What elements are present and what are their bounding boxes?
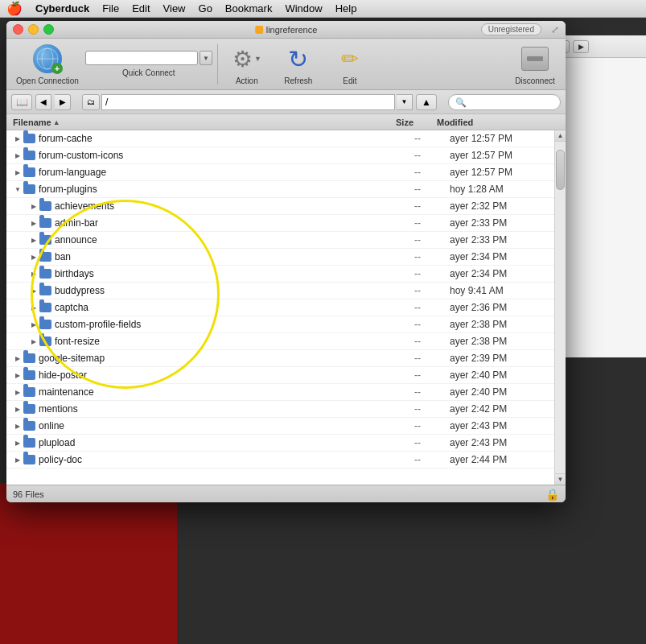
folder-icon (23, 353, 35, 364)
scroll-down-button[interactable]: ▼ (555, 473, 566, 485)
expand-arrow[interactable]: ▶ (13, 134, 23, 143)
file-modified: ayer 12:57 PM (450, 150, 562, 161)
open-connection-button[interactable]: + Open Connection (13, 39, 82, 89)
expand-arrow[interactable]: ▶ (29, 336, 39, 346)
expand-arrow[interactable]: ▶ (29, 201, 39, 211)
filename-column-header[interactable]: Filename ▲ (10, 118, 372, 127)
table-row[interactable]: ▶ forum-cache -- ayer 12:57 PM (6, 130, 566, 147)
file-size: -- (385, 420, 450, 431)
menu-help[interactable]: Help (335, 2, 357, 14)
table-row[interactable]: ▶ mentions -- ayer 2:42 PM (6, 401, 566, 418)
expand-arrow[interactable]: ▼ (13, 184, 23, 194)
app-name[interactable]: Cyberduck (35, 2, 89, 14)
table-row[interactable]: ▶ maintenance -- ayer 2:40 PM (6, 384, 566, 401)
file-name: forum-custom-icons (39, 150, 385, 161)
file-modified: ayer 12:57 PM (450, 133, 562, 144)
navbar: 📖 ◀ ▶ 🗂 ▼ ▲ (6, 90, 566, 114)
path-area: 🗂 ▼ (82, 94, 413, 110)
file-size: -- (385, 167, 450, 178)
expand-arrow[interactable]: ▶ (13, 438, 23, 448)
expand-arrow[interactable]: ▶ (13, 370, 23, 380)
maximize-button[interactable] (43, 24, 54, 35)
table-row[interactable]: ▶ birthdays -- ayer 2:34 PM (6, 266, 566, 283)
expand-arrow[interactable]: ▶ (13, 421, 23, 431)
quick-connect-input[interactable] (85, 51, 198, 65)
menu-view[interactable]: View (163, 2, 186, 14)
desktop-accent (0, 483, 177, 644)
folder-icon (23, 167, 35, 178)
action-button[interactable]: ⚙ ▼ Action (223, 39, 271, 89)
table-row[interactable]: ▶ forum-custom-icons -- ayer 12:57 PM (6, 147, 566, 164)
expand-arrow[interactable]: ▶ (29, 252, 39, 262)
disconnect-button[interactable]: Disconnect (511, 39, 559, 89)
scroll-thumb[interactable] (556, 150, 565, 190)
quick-connect-dropdown[interactable]: ▼ (200, 51, 212, 65)
path-input[interactable] (101, 94, 395, 110)
table-row[interactable]: ▶ online -- ayer 2:43 PM (6, 418, 566, 435)
table-row[interactable]: ▶ ban -- ayer 2:34 PM (6, 249, 566, 266)
expand-arrow[interactable]: ▶ (13, 455, 23, 464)
folder-icon (23, 370, 35, 381)
window-title-icon (255, 26, 263, 34)
modified-column-header[interactable]: Modified (437, 118, 549, 127)
quick-connect-area: ▼ Quick Connect (85, 51, 212, 77)
expand-arrow[interactable]: ▶ (29, 303, 39, 312)
menu-bookmark[interactable]: Bookmark (225, 2, 273, 14)
menu-go[interactable]: Go (199, 2, 212, 14)
expand-arrow[interactable]: ▶ (13, 151, 23, 160)
expand-arrow[interactable]: ▶ (13, 353, 23, 363)
table-row[interactable]: ▶ policy-doc -- ayer 2:44 PM (6, 452, 566, 469)
apple-menu[interactable]: 🍎 (6, 1, 23, 16)
expand-arrow[interactable]: ▶ (13, 404, 23, 414)
path-dropdown[interactable]: ▼ (397, 94, 413, 110)
table-row[interactable]: ▶ captcha -- ayer 2:36 PM (6, 299, 566, 316)
forward-button[interactable]: ▶ (55, 94, 71, 110)
expand-arrow[interactable]: ▶ (29, 235, 39, 245)
table-row[interactable]: ▶ buddypress -- hoy 9:41 AM (6, 283, 566, 299)
table-row[interactable]: ▶ admin-bar -- ayer 2:33 PM (6, 215, 566, 232)
expand-arrow[interactable]: ▶ (13, 387, 23, 397)
table-row[interactable]: ▶ hide-poster -- ayer 2:40 PM (6, 367, 566, 384)
file-size: -- (385, 285, 450, 296)
file-name: google-sitemap (39, 353, 385, 364)
table-row[interactable]: ▶ announce -- ayer 2:33 PM (6, 232, 566, 249)
expand-arrow[interactable]: ▶ (29, 218, 39, 228)
expand-arrow[interactable]: ▶ (13, 167, 23, 177)
file-modified: hoy 1:28 AM (450, 184, 562, 195)
file-name: captcha (55, 302, 385, 313)
table-row[interactable]: ▼ forum-plugins -- hoy 1:28 AM (6, 181, 566, 198)
scroll-track[interactable] (555, 142, 566, 473)
menu-file[interactable]: File (102, 2, 119, 14)
expand-arrow[interactable]: ▶ (29, 269, 39, 279)
bookmarks-button[interactable]: 📖 (11, 94, 32, 110)
back-button[interactable]: ◀ (35, 94, 51, 110)
size-column-header[interactable]: Size (372, 118, 437, 127)
menu-edit[interactable]: Edit (132, 2, 150, 14)
file-modified: ayer 2:34 PM (450, 268, 562, 279)
refresh-button[interactable]: ↻ Refresh (274, 39, 323, 89)
up-button[interactable]: ▲ (416, 94, 437, 110)
table-row[interactable]: ▶ google-sitemap -- ayer 2:39 PM (6, 350, 566, 367)
table-row[interactable]: ▶ custom-profile-fields -- ayer 2:38 PM (6, 316, 566, 333)
expand-arrow[interactable]: ▶ (29, 286, 39, 295)
scrollbar[interactable]: ▲ ▼ (554, 130, 566, 485)
file-modified: hoy 9:41 AM (450, 285, 562, 296)
table-row[interactable]: ▶ font-resize -- ayer 2:38 PM (6, 333, 566, 350)
edit-button[interactable]: ✏ Edit (326, 39, 374, 89)
menu-window[interactable]: Window (285, 2, 322, 14)
table-row[interactable]: ▶ achievements -- ayer 2:32 PM (6, 198, 566, 215)
search-input[interactable] (448, 94, 561, 110)
file-name: ban (55, 251, 385, 262)
folder-icon (39, 201, 51, 212)
path-icon[interactable]: 🗂 (82, 94, 100, 110)
scroll-up-button[interactable]: ▲ (555, 130, 566, 142)
browser-forward[interactable]: ▶ (573, 40, 589, 53)
close-button[interactable] (13, 24, 23, 35)
expand-arrow[interactable]: ▶ (29, 320, 39, 329)
minimize-button[interactable] (28, 24, 39, 35)
table-row[interactable]: ▶ plupload -- ayer 2:43 PM (6, 435, 566, 452)
file-name: mentions (39, 403, 385, 415)
resize-icon[interactable]: ⤢ (551, 24, 559, 35)
table-row[interactable]: ▶ forum-language -- ayer 12:57 PM (6, 164, 566, 181)
file-modified: ayer 2:36 PM (450, 302, 562, 313)
